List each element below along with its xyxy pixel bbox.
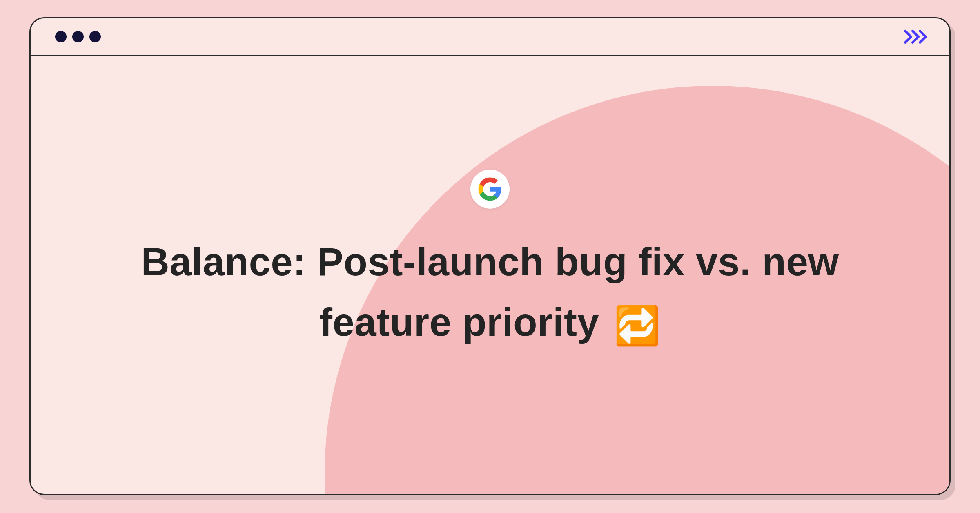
logo-badge xyxy=(470,170,510,209)
titlebar xyxy=(31,18,949,56)
content-area: Balance: Post-launch bug fix vs. new fea… xyxy=(31,56,949,493)
browser-window: Balance: Post-launch bug fix vs. new fea… xyxy=(29,17,951,495)
traffic-dot[interactable] xyxy=(72,31,84,42)
traffic-dot[interactable] xyxy=(55,31,67,42)
traffic-lights xyxy=(55,31,101,42)
google-logo-icon xyxy=(477,176,503,202)
cycle-arrows-icon: 🔁 xyxy=(614,297,661,355)
forward-chevrons-icon[interactable] xyxy=(904,29,930,44)
headline-text: Balance: Post-launch bug fix vs. new fea… xyxy=(141,240,839,344)
traffic-dot[interactable] xyxy=(89,31,101,42)
headline: Balance: Post-launch bug fix vs. new fea… xyxy=(80,232,900,355)
